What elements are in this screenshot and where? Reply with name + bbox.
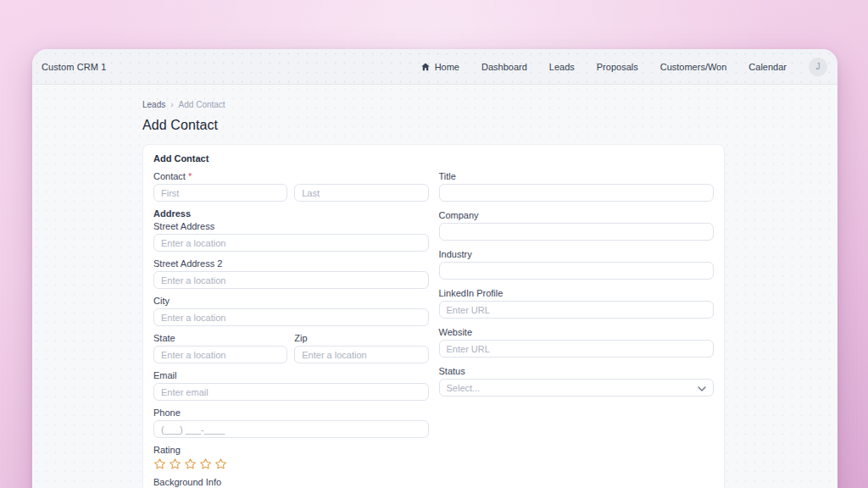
industry-input[interactable]: [439, 262, 715, 280]
street-address-label: Street Address: [153, 221, 429, 231]
nav-item-leads[interactable]: Leads: [549, 62, 575, 72]
linkedin-profile-input[interactable]: [439, 301, 715, 319]
company-input[interactable]: [439, 223, 715, 241]
chevron-down-icon: [698, 383, 706, 393]
add-contact-card: Add Contact Contact * Address Street Add…: [142, 144, 725, 488]
contact-label: Contact *: [153, 171, 429, 181]
city-input[interactable]: [153, 308, 429, 326]
star-icon[interactable]: [153, 458, 166, 470]
card-heading: Add Contact: [153, 153, 714, 164]
first-name-input[interactable]: [153, 184, 287, 202]
status-label: Status: [439, 366, 715, 376]
required-asterisk: *: [188, 171, 192, 181]
email-input[interactable]: [153, 383, 429, 401]
breadcrumb-separator: ›: [170, 100, 173, 109]
app-title: Custom CRM 1: [42, 62, 106, 72]
state-input[interactable]: [153, 346, 287, 363]
nav-item-dashboard[interactable]: Dashboard: [481, 62, 527, 72]
page-title: Add Contact: [142, 118, 725, 133]
breadcrumb: Leads › Add Contact: [142, 100, 725, 109]
email-label: Email: [153, 370, 429, 380]
title-input[interactable]: [439, 184, 715, 202]
phone-label: Phone: [153, 408, 429, 418]
breadcrumb-current: Add Contact: [179, 100, 225, 109]
home-icon: [420, 62, 431, 72]
zip-label: Zip: [294, 333, 428, 343]
website-label: Website: [439, 327, 715, 337]
form-right-column: Title Company Industry LinkedIn Profile …: [439, 171, 715, 488]
title-label: Title: [439, 171, 715, 181]
nav-item-customers-won[interactable]: Customers/Won: [660, 62, 727, 72]
window-header: Custom CRM 1 Home Dashboard Leads Propos…: [32, 49, 837, 85]
page-content: Leads › Add Contact Add Contact Add Cont…: [32, 85, 837, 488]
industry-label: Industry: [439, 249, 715, 259]
state-label: State: [153, 333, 287, 343]
form-left-column: Contact * Address Street Address Street …: [153, 171, 429, 488]
linkedin-profile-label: LinkedIn Profile: [439, 288, 715, 298]
breadcrumb-leads[interactable]: Leads: [142, 100, 165, 109]
website-input[interactable]: [439, 340, 715, 358]
company-label: Company: [439, 210, 715, 220]
star-icon[interactable]: [214, 458, 227, 470]
nav-item-home[interactable]: Home: [420, 62, 459, 72]
app-window: Custom CRM 1 Home Dashboard Leads Propos…: [32, 49, 837, 488]
street-address-input[interactable]: [153, 234, 429, 252]
city-label: City: [153, 296, 429, 306]
star-icon[interactable]: [199, 458, 212, 470]
nav-item-proposals[interactable]: Proposals: [597, 62, 638, 72]
status-select-placeholder: Select...: [447, 383, 481, 393]
star-icon[interactable]: [169, 458, 181, 470]
zip-input[interactable]: [294, 346, 428, 363]
last-name-input[interactable]: [294, 184, 428, 202]
phone-input[interactable]: [153, 420, 429, 438]
nav-item-calendar[interactable]: Calendar: [748, 62, 787, 72]
main-nav: Home Dashboard Leads Proposals Customers…: [420, 58, 827, 76]
background-info-label: Background Info: [153, 477, 429, 487]
star-icon[interactable]: [184, 458, 197, 470]
nav-item-label: Home: [435, 62, 459, 72]
user-avatar[interactable]: J: [809, 58, 827, 76]
rating-stars: [153, 458, 429, 470]
street-address-2-input[interactable]: [153, 271, 429, 289]
address-section-label: Address: [153, 208, 429, 219]
rating-label: Rating: [153, 445, 429, 455]
status-select[interactable]: Select...: [439, 379, 715, 396]
street-address-2-label: Street Address 2: [153, 258, 429, 269]
